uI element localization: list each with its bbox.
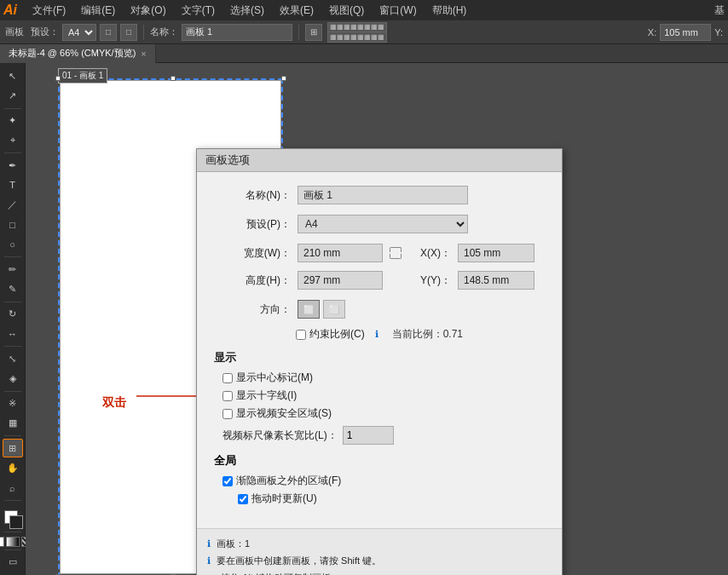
x-coord-label: X: xyxy=(648,27,656,37)
toolbar-icon3[interactable]: ⊞ xyxy=(305,24,322,41)
menu-effect[interactable]: 效果(E) xyxy=(273,2,321,20)
handle-tl[interactable] xyxy=(55,76,61,81)
constraint-row: 约束比例(C) ℹ 当前比例：0.71 xyxy=(214,327,545,342)
tool-sep6 xyxy=(4,391,21,392)
menu-right: 基 xyxy=(714,3,725,18)
constraint-checkbox[interactable] xyxy=(296,330,306,340)
global-section-title: 全局 xyxy=(214,453,545,469)
info-text3: 按住 Alt 键拖动可复制画板。 xyxy=(221,572,340,575)
y-input[interactable] xyxy=(458,271,534,290)
tab-bar: 未标题-4 @ 66% (CMYK/预览) × xyxy=(0,44,728,63)
info-icon2: ℹ xyxy=(207,555,211,566)
menu-file[interactable]: 文件(F) xyxy=(26,2,72,20)
update-drag-checkbox[interactable] xyxy=(238,494,248,504)
x-coord-input[interactable] xyxy=(660,24,711,41)
artboard-name-input[interactable] xyxy=(182,24,292,41)
tool-rect[interactable]: □ xyxy=(3,216,23,234)
height-input[interactable] xyxy=(298,271,383,290)
video-ratio-label: 视频标尺像素长宽比(L)： xyxy=(222,428,338,443)
menu-object[interactable]: 对象(O) xyxy=(124,2,172,20)
show-video-safe-label[interactable]: 显示视频安全区域(S) xyxy=(222,406,545,421)
artboard-name-label: 01 - 画板 1 xyxy=(58,68,107,83)
info-row1: ℹ 画板：1 xyxy=(207,536,552,553)
tool-sep10 xyxy=(4,549,21,550)
preset-label: 预设： xyxy=(31,26,59,38)
height-label: 高度(H)： xyxy=(214,273,291,288)
show-cross-checkbox[interactable] xyxy=(222,391,233,401)
tool-scale[interactable]: ⤡ xyxy=(3,349,23,368)
handle-tm[interactable] xyxy=(170,76,176,81)
show-video-safe-checkbox[interactable] xyxy=(222,409,233,419)
tool-screen-mode[interactable]: ▭ xyxy=(3,553,23,572)
video-ratio-input[interactable] xyxy=(343,426,394,445)
normal-mode-btn[interactable] xyxy=(0,537,4,547)
orient-buttons: ⬜ ⬜ xyxy=(298,300,345,319)
width-input[interactable] xyxy=(298,244,383,262)
orientation-row: 方向： ⬜ ⬜ xyxy=(214,300,545,319)
tab-close-btn[interactable]: × xyxy=(141,49,146,59)
menu-select[interactable]: 选择(S) xyxy=(223,2,271,20)
tool-ellipse[interactable]: ○ xyxy=(3,235,23,254)
orient-label: 方向： xyxy=(214,302,291,317)
portrait-btn[interactable]: ⬜ xyxy=(298,300,320,319)
tool-pen[interactable]: ✒ xyxy=(3,156,23,175)
tool-line[interactable]: ／ xyxy=(3,195,23,214)
tool-text[interactable]: T xyxy=(3,175,23,194)
constraint-checkbox-label[interactable]: 约束比例(C) xyxy=(296,327,365,342)
tool-magic-wand[interactable]: ✦ xyxy=(3,111,23,129)
show-center-checkbox[interactable] xyxy=(222,373,233,383)
preset-icon2[interactable]: □ xyxy=(120,24,137,41)
fade-outside-label[interactable]: 渐隐画板之外的区域(F) xyxy=(222,474,545,488)
artboard-name-field[interactable] xyxy=(298,186,468,204)
landscape-btn[interactable]: ⬜ xyxy=(323,300,345,319)
tool-blend[interactable]: ◈ xyxy=(3,369,23,388)
tool-zoom[interactable]: ⌕ xyxy=(3,479,23,497)
menu-help[interactable]: 帮助(H) xyxy=(425,2,474,20)
canvas-area[interactable]: 01 - 画板 1 双击 画板选项 名称(N)： xyxy=(26,63,728,575)
display-section-title: 显示 xyxy=(214,350,545,365)
tool-brush[interactable]: ✏ xyxy=(3,260,23,279)
tool-reflect[interactable]: ↔ xyxy=(3,325,23,343)
background-swatch[interactable] xyxy=(9,515,23,529)
tool-selection[interactable]: ↖ xyxy=(3,66,23,85)
document-tab[interactable]: 未标题-4 @ 66% (CMYK/预览) × xyxy=(0,44,156,63)
tool-symbol[interactable]: ※ xyxy=(3,394,23,413)
info-row2: ℹ 要在画板中创建新画板，请按 Shift 键。 xyxy=(207,553,552,570)
tool-pencil[interactable]: ✎ xyxy=(3,279,23,298)
x-input[interactable] xyxy=(458,244,534,262)
show-cross-label[interactable]: 显示十字线(I) xyxy=(222,388,545,403)
display-options: 显示中心标记(M) 显示十字线(I) 显示视频安全区域(S) 视频标尺像素长宽比… xyxy=(222,371,545,445)
show-center-label[interactable]: 显示中心标记(M) xyxy=(222,371,545,385)
video-ratio-row: 视频标尺像素长宽比(L)： xyxy=(222,426,545,445)
tool-rotate[interactable]: ↻ xyxy=(3,305,23,324)
tool-artboard[interactable]: ⊞ xyxy=(3,439,23,457)
tool-lasso[interactable]: ⌖ xyxy=(3,131,23,150)
toolbar-sep2 xyxy=(298,25,299,40)
dialog-title-bar: 画板选项 xyxy=(197,149,562,172)
show-video-safe-text: 显示视频安全区域(S) xyxy=(236,406,332,421)
preset-icon1[interactable]: □ xyxy=(100,24,117,41)
app-logo: Ai xyxy=(3,3,17,18)
dialog-preset-row: 预设(P)： A4 xyxy=(214,215,545,233)
tool-chart[interactable]: ▦ xyxy=(3,414,23,433)
x-label: X(X)： xyxy=(408,246,451,261)
preset-dropdown[interactable]: A4 xyxy=(298,215,468,233)
tool-sep5 xyxy=(4,346,21,347)
menu-view[interactable]: 视图(Q) xyxy=(322,2,371,20)
toolbar-right: X: Y: xyxy=(648,24,723,41)
height-y-row: 高度(H)： Y(Y)： xyxy=(214,271,545,290)
tool-sep8 xyxy=(4,500,21,501)
color-swatch-group[interactable] xyxy=(1,507,25,529)
menu-window[interactable]: 窗口(W) xyxy=(373,2,423,20)
toolbar-sep1 xyxy=(143,25,144,40)
fade-outside-checkbox[interactable] xyxy=(222,476,233,486)
tool-hand[interactable]: ✋ xyxy=(3,458,23,477)
menu-text[interactable]: 文字(T) xyxy=(175,2,222,20)
gradient-mode-btn[interactable] xyxy=(6,537,20,547)
tool-direct-select[interactable]: ↗ xyxy=(3,86,23,105)
menu-edit[interactable]: 编辑(E) xyxy=(74,2,122,20)
preset-select[interactable]: A4 xyxy=(62,24,96,41)
handle-tr[interactable] xyxy=(281,76,286,81)
name-label: 名称： xyxy=(150,26,178,38)
update-drag-label[interactable]: 拖动时更新(U) xyxy=(238,492,545,506)
